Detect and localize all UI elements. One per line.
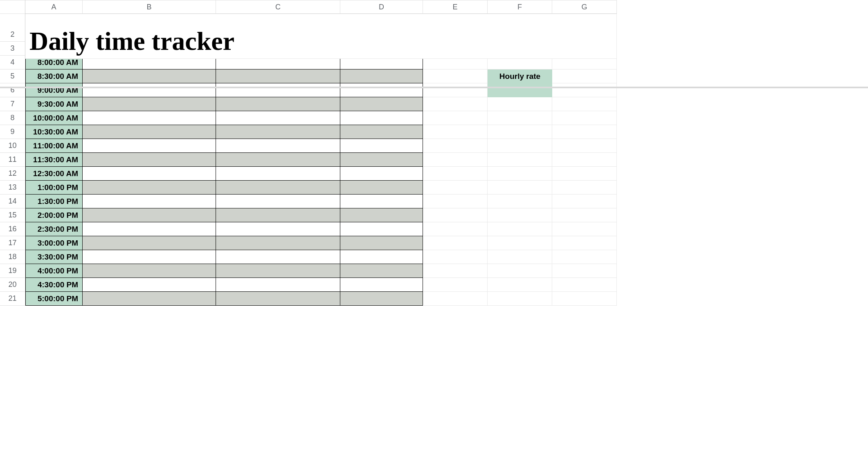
time-cell[interactable]: 4:30:00 PM — [25, 278, 83, 292]
row-header-19[interactable]: 19 — [0, 264, 25, 278]
description-cell[interactable] — [216, 195, 340, 208]
time-cell[interactable]: 3:00:00 PM — [25, 236, 83, 250]
cell-F12[interactable] — [488, 167, 552, 181]
cell-F19[interactable] — [488, 264, 552, 278]
cell-G8[interactable] — [552, 111, 617, 125]
cell-E15[interactable] — [423, 208, 488, 222]
cell-F8[interactable] — [488, 111, 552, 125]
time-cell[interactable]: 2:00:00 PM — [25, 208, 83, 222]
time-cell[interactable]: 10:30:00 AM — [25, 125, 83, 139]
activity-cell[interactable] — [83, 208, 216, 222]
cell-G15[interactable] — [552, 208, 617, 222]
spreadsheet-grid[interactable]: A B C D E F G 1 Daily time tracker 2 Nam… — [0, 0, 868, 306]
time-cell[interactable]: 9:30:00 AM — [25, 97, 83, 111]
cell-G14[interactable] — [552, 195, 617, 208]
activity-cell[interactable] — [83, 222, 216, 236]
row-header-4[interactable]: 4 — [0, 56, 25, 69]
time-cell[interactable]: 2:30:00 PM — [25, 222, 83, 236]
total-hours-cell[interactable] — [340, 69, 423, 83]
row-header-18[interactable]: 18 — [0, 250, 25, 264]
cell-E8[interactable] — [423, 111, 488, 125]
row-header-8[interactable]: 8 — [0, 111, 25, 125]
total-hours-cell[interactable] — [340, 236, 423, 250]
column-header-E[interactable]: E — [423, 0, 488, 14]
cell-E12[interactable] — [423, 167, 488, 181]
activity-cell[interactable] — [83, 195, 216, 208]
cell-G9[interactable] — [552, 125, 617, 139]
total-hours-cell[interactable] — [340, 264, 423, 278]
cell-G21[interactable] — [552, 292, 617, 306]
cell-F13[interactable] — [488, 181, 552, 195]
cell-E13[interactable] — [423, 181, 488, 195]
cell-E11[interactable] — [423, 153, 488, 167]
cell-E20[interactable] — [423, 278, 488, 292]
cell-G7[interactable] — [552, 97, 617, 111]
activity-cell[interactable] — [83, 264, 216, 278]
description-cell[interactable] — [216, 292, 340, 306]
total-hours-cell[interactable] — [340, 125, 423, 139]
activity-cell[interactable] — [83, 250, 216, 264]
cell-F15[interactable] — [488, 208, 552, 222]
activity-cell[interactable] — [83, 153, 216, 167]
activity-cell[interactable] — [83, 97, 216, 111]
row-header-9[interactable]: 9 — [0, 125, 25, 139]
time-cell[interactable]: 12:30:00 AM — [25, 167, 83, 181]
row-header-10[interactable]: 10 — [0, 139, 25, 153]
description-cell[interactable] — [216, 222, 340, 236]
cell-F20[interactable] — [488, 278, 552, 292]
total-hours-cell[interactable] — [340, 153, 423, 167]
time-cell[interactable]: 11:00:00 AM — [25, 139, 83, 153]
cell-E19[interactable] — [423, 264, 488, 278]
total-hours-cell[interactable] — [340, 139, 423, 153]
cell-G6[interactable] — [552, 83, 617, 97]
time-cell[interactable]: 11:30:00 AM — [25, 153, 83, 167]
row-header-7[interactable]: 7 — [0, 97, 25, 111]
cell-E18[interactable] — [423, 250, 488, 264]
activity-cell[interactable] — [83, 83, 216, 97]
total-hours-cell[interactable] — [340, 83, 423, 97]
column-header-B[interactable]: B — [83, 0, 216, 14]
description-cell[interactable] — [216, 153, 340, 167]
total-hours-cell[interactable] — [340, 278, 423, 292]
column-header-D[interactable]: D — [340, 0, 423, 14]
row-header-11[interactable]: 11 — [0, 153, 25, 167]
cell-E7[interactable] — [423, 97, 488, 111]
description-cell[interactable] — [216, 250, 340, 264]
cell-G18[interactable] — [552, 250, 617, 264]
description-cell[interactable] — [216, 278, 340, 292]
cell-G13[interactable] — [552, 181, 617, 195]
description-cell[interactable] — [216, 264, 340, 278]
total-hours-cell[interactable] — [340, 195, 423, 208]
cell-G17[interactable] — [552, 236, 617, 250]
row-header-2[interactable]: 2 — [0, 28, 25, 42]
description-cell[interactable] — [216, 167, 340, 181]
cell-E14[interactable] — [423, 195, 488, 208]
cell-E5[interactable] — [423, 69, 488, 83]
activity-cell[interactable] — [83, 236, 216, 250]
column-header-F[interactable]: F — [488, 0, 552, 14]
row-header-12[interactable]: 12 — [0, 167, 25, 181]
row-header-16[interactable]: 16 — [0, 222, 25, 236]
cell-G19[interactable] — [552, 264, 617, 278]
row-header-21[interactable]: 21 — [0, 292, 25, 306]
cell-F11[interactable] — [488, 153, 552, 167]
cell-G16[interactable] — [552, 222, 617, 236]
total-hours-cell[interactable] — [340, 208, 423, 222]
cell-F16[interactable] — [488, 222, 552, 236]
cell-E9[interactable] — [423, 125, 488, 139]
cell-G11[interactable] — [552, 153, 617, 167]
activity-cell[interactable] — [83, 292, 216, 306]
cell-F14[interactable] — [488, 195, 552, 208]
activity-cell[interactable] — [83, 69, 216, 83]
column-header-A[interactable]: A — [25, 0, 83, 14]
cell-F21[interactable] — [488, 292, 552, 306]
hourly-rate-value[interactable] — [488, 83, 552, 97]
time-cell[interactable]: 10:00:00 AM — [25, 111, 83, 125]
total-hours-cell[interactable] — [340, 250, 423, 264]
cell-E10[interactable] — [423, 139, 488, 153]
time-cell[interactable]: 3:30:00 PM — [25, 250, 83, 264]
description-cell[interactable] — [216, 181, 340, 195]
time-cell[interactable]: 5:00:00 PM — [25, 292, 83, 306]
total-hours-cell[interactable] — [340, 97, 423, 111]
time-cell[interactable]: 1:30:00 PM — [25, 195, 83, 208]
